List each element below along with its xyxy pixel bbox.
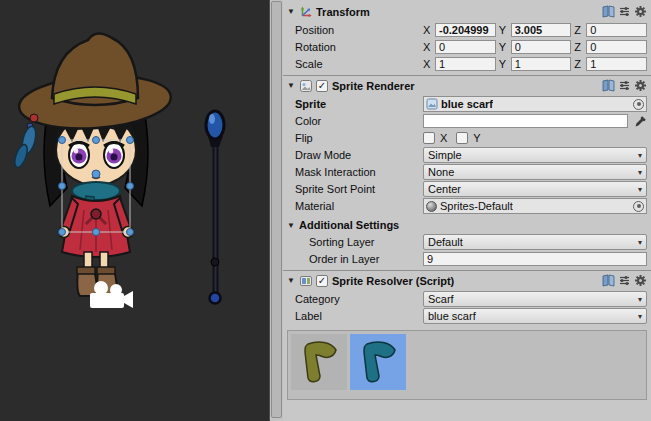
- property-label: Scale: [283, 58, 423, 70]
- scale-z-field[interactable]: [586, 57, 647, 71]
- sprite-sort-point-row: Sprite Sort Point Center ▾: [283, 181, 647, 197]
- property-label: Category: [283, 293, 423, 305]
- property-label: Order in Layer: [283, 253, 423, 265]
- sorting-layer-dropdown[interactable]: Default ▾: [423, 234, 647, 250]
- scale-y-field[interactable]: [511, 57, 572, 71]
- blue-scarf-image: [354, 338, 402, 386]
- character-eye: [69, 142, 89, 168]
- mask-interaction-dropdown[interactable]: None ▾: [423, 164, 647, 180]
- scene-canvas: [0, 0, 269, 421]
- additional-settings-title: Additional Settings: [299, 219, 399, 231]
- axis-y-label: Y: [499, 41, 508, 53]
- sprite-object-field[interactable]: blue scarf: [423, 96, 647, 112]
- position-z-field[interactable]: [586, 23, 647, 37]
- component-title: Transform: [316, 6, 370, 18]
- transform-header: ▼ Transform: [283, 2, 651, 21]
- character-eye: [104, 142, 124, 168]
- order-in-layer-field[interactable]: [423, 252, 647, 266]
- axis-x-label: X: [423, 41, 432, 53]
- draw-mode-row: Draw Mode Simple ▾: [283, 147, 647, 163]
- presets-icon[interactable]: [618, 5, 631, 18]
- object-field-value: Sprites-Default: [440, 200, 513, 212]
- gear-icon[interactable]: [634, 274, 647, 287]
- scale-x-field[interactable]: [435, 57, 496, 71]
- help-icon[interactable]: [602, 5, 615, 18]
- help-icon[interactable]: [602, 79, 615, 92]
- presets-icon[interactable]: [618, 79, 631, 92]
- axis-y-label: Y: [499, 58, 508, 70]
- foldout-triangle-icon[interactable]: ▼: [287, 221, 299, 230]
- dropdown-value: None: [428, 166, 638, 178]
- selection-handle[interactable]: [59, 183, 66, 190]
- flip-x-label: X: [440, 132, 447, 144]
- chevron-down-icon: ▾: [638, 151, 642, 160]
- selection-handle[interactable]: [59, 229, 66, 236]
- help-icon[interactable]: [602, 274, 615, 287]
- component-title: Sprite Resolver (Script): [332, 275, 454, 287]
- category-dropdown[interactable]: Scarf ▾: [423, 291, 647, 307]
- axis-z-label: Z: [574, 41, 583, 53]
- flip-y-label: Y: [473, 132, 480, 144]
- presets-icon[interactable]: [618, 274, 631, 287]
- additional-settings-foldout[interactable]: ▼ Additional Settings: [283, 217, 647, 233]
- property-label: Material: [283, 200, 423, 212]
- color-row: Color: [283, 113, 647, 129]
- eyedropper-icon[interactable]: [634, 115, 647, 128]
- sprite-renderer-icon: [299, 79, 313, 93]
- sprite-thumbnail-blue-scarf[interactable]: [350, 334, 406, 390]
- selection-handle[interactable]: [93, 137, 100, 144]
- selection-handle[interactable]: [127, 137, 134, 144]
- sprite-variant-gallery: [287, 330, 647, 400]
- selection-handle[interactable]: [93, 229, 100, 236]
- foldout-triangle-icon[interactable]: ▼: [287, 276, 299, 285]
- inspector-scrollbar[interactable]: [269, 0, 283, 421]
- scene-view[interactable]: [0, 0, 269, 421]
- rotation-z-field[interactable]: [586, 40, 647, 54]
- component-enabled-checkbox[interactable]: ✓: [316, 275, 328, 287]
- object-picker-icon[interactable]: [633, 99, 644, 110]
- sprite-row: Sprite blue scarf: [283, 96, 647, 112]
- sprite-renderer-header: ▼ ✓ Sprite Renderer: [283, 75, 651, 95]
- property-label: Color: [283, 115, 423, 127]
- sprite-resolver-icon: [299, 274, 313, 288]
- pivot-handle[interactable]: [92, 170, 100, 178]
- property-label: Mask Interaction: [283, 166, 423, 178]
- foldout-triangle-icon[interactable]: ▼: [287, 7, 299, 16]
- label-dropdown[interactable]: blue scarf ▾: [423, 308, 647, 324]
- foldout-triangle-icon[interactable]: ▼: [287, 81, 299, 90]
- selection-handle[interactable]: [127, 183, 134, 190]
- chevron-down-icon: ▾: [638, 238, 642, 247]
- property-label: Flip: [283, 132, 423, 144]
- position-y-field[interactable]: [511, 23, 572, 37]
- dropdown-value: blue scarf: [428, 310, 638, 322]
- position-row: Position X Y Z: [283, 22, 647, 38]
- sprite-sort-point-dropdown[interactable]: Center ▾: [423, 181, 647, 197]
- selection-handle[interactable]: [127, 229, 134, 236]
- property-label: Sprite: [283, 98, 423, 110]
- rotation-x-field[interactable]: [435, 40, 496, 54]
- scrollbar-thumb[interactable]: [271, 1, 282, 418]
- chevron-down-icon: ▾: [638, 185, 642, 194]
- gear-icon[interactable]: [634, 79, 647, 92]
- gear-icon[interactable]: [634, 5, 647, 18]
- draw-mode-dropdown[interactable]: Simple ▾: [423, 147, 647, 163]
- component-enabled-checkbox[interactable]: ✓: [316, 80, 328, 92]
- flip-y-checkbox[interactable]: [456, 132, 468, 144]
- flip-row: Flip X Y: [283, 130, 647, 146]
- axis-y-label: Y: [499, 24, 508, 36]
- character-sprite[interactable]: [12, 33, 172, 296]
- selection-handle[interactable]: [59, 137, 66, 144]
- axis-x-label: X: [423, 58, 432, 70]
- staff-sprite[interactable]: [206, 111, 224, 304]
- sprite-thumbnail-green-scarf[interactable]: [291, 334, 347, 390]
- rotation-y-field[interactable]: [511, 40, 572, 54]
- sprite-thumbnail-icon: [426, 98, 438, 110]
- object-picker-icon[interactable]: [633, 201, 644, 212]
- material-object-field[interactable]: Sprites-Default: [423, 198, 647, 214]
- property-label: Rotation: [283, 41, 423, 53]
- property-label: Label: [283, 310, 423, 322]
- flip-x-checkbox[interactable]: [423, 132, 435, 144]
- axis-x-label: X: [423, 24, 432, 36]
- position-x-field[interactable]: [435, 23, 496, 37]
- color-swatch[interactable]: [423, 114, 628, 128]
